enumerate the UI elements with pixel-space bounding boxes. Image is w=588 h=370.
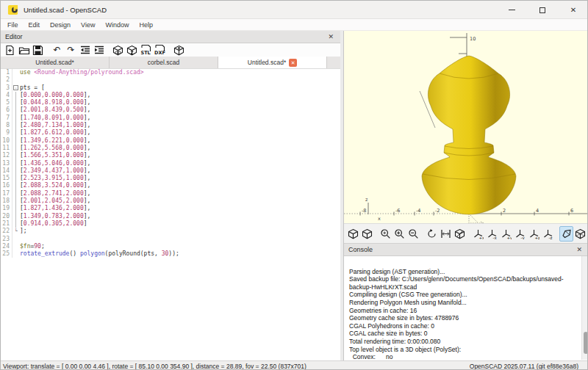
menu-design[interactable]: Design: [45, 19, 76, 31]
svg-text:+y: +y: [507, 235, 512, 239]
tab-untitled-1[interactable]: Untitled.scad*: [1, 57, 110, 68]
maximize-button[interactable]: [527, 1, 558, 19]
maximize-icon: [539, 7, 545, 13]
view-plus-x-button[interactable]: +x: [471, 226, 485, 242]
axis-plus-y-icon: +y: [501, 228, 512, 239]
reset-view-icon: [426, 228, 437, 239]
perspective-button[interactable]: [453, 226, 467, 242]
axis-plus-x-icon: +x: [473, 228, 484, 239]
console-close-icon[interactable]: ✕: [574, 244, 584, 255]
zoom-in-button[interactable]: [392, 226, 406, 242]
render-cube-icon: [362, 228, 373, 239]
axis-minus-x-icon: -x: [487, 228, 498, 239]
view-plus-z-button[interactable]: +z: [527, 226, 541, 242]
preview-button[interactable]: [111, 44, 125, 57]
console-scrollbar[interactable]: [581, 256, 588, 360]
menu-window[interactable]: Window: [100, 19, 134, 31]
tab-untitled-2-active[interactable]: Untitled.scad* ✕: [218, 57, 327, 68]
show-edges-icon: [561, 228, 572, 239]
tab-label: Untitled.scad*: [248, 59, 286, 66]
send-to-print-button[interactable]: [172, 44, 186, 57]
svg-text:4: 4: [536, 208, 539, 214]
indent-button[interactable]: [92, 44, 106, 57]
console-body: Parsing design (AST generation)...Saved …: [344, 256, 588, 360]
close-icon: ✕: [570, 6, 576, 14]
svg-text:+z: +z: [535, 235, 540, 239]
svg-text:-6: -6: [395, 208, 400, 214]
svg-text:2: 2: [503, 208, 506, 214]
editor-panel: Editor ✕: [1, 31, 340, 360]
show-crosshairs-button[interactable]: [573, 226, 587, 242]
zoom-in-icon: [394, 228, 405, 239]
svg-text:6: 6: [570, 208, 573, 214]
new-file-button[interactable]: [3, 44, 17, 57]
open-file-button[interactable]: [17, 44, 31, 57]
title-bar[interactable]: Untitled.scad - OpenSCAD ✕: [1, 1, 588, 19]
zoom-out-icon: [408, 228, 419, 239]
preview-cube-icon: [112, 45, 123, 56]
export-stl-button[interactable]: STL: [139, 44, 153, 57]
preview-cube-icon: [348, 228, 359, 239]
axis-plus-z-icon: +z: [528, 228, 539, 239]
zoom-all-button[interactable]: [379, 226, 392, 242]
openscad-window: Untitled.scad - OpenSCAD ✕ File Edit Des…: [0, 0, 588, 370]
minimize-button[interactable]: [496, 1, 527, 19]
export-stl-icon: STL: [140, 44, 152, 56]
tab-label: Untitled.scad*: [35, 59, 74, 66]
undo-icon: ↶: [53, 44, 60, 57]
viewport-3d[interactable]: 10 -8-6-4-2246 z x: [344, 31, 588, 223]
tab-close-icon[interactable]: ✕: [289, 59, 297, 67]
menu-edit[interactable]: Edit: [24, 19, 46, 31]
redo-icon: ↷: [67, 44, 74, 57]
reset-view-button[interactable]: [425, 226, 439, 242]
svg-text:-4: -4: [416, 208, 420, 214]
save-icon: [32, 45, 43, 56]
undo-button[interactable]: ↶: [50, 44, 64, 57]
viewport-toolbar: +x -x +y -y +z -z »: [344, 223, 588, 244]
menu-file[interactable]: File: [1, 19, 24, 31]
view-minus-y-button[interactable]: -y: [513, 226, 527, 242]
zoom-out-button[interactable]: [406, 226, 420, 242]
view-plus-y-button[interactable]: +y: [499, 226, 513, 242]
view-all-icon: [440, 228, 451, 239]
new-file-icon: [4, 45, 15, 56]
unindent-button[interactable]: [78, 44, 92, 57]
viewport-status-text: Viewport: translate = [ 0.00 0.00 4.46 ]…: [1, 363, 306, 370]
vp-preview-button[interactable]: [346, 226, 360, 242]
menu-help[interactable]: Help: [134, 19, 158, 31]
z-axis-line: [450, 33, 467, 57]
console-panel-header[interactable]: Console ✕: [344, 244, 588, 256]
redo-button[interactable]: ↷: [64, 44, 78, 57]
perspective-icon: [454, 228, 465, 239]
save-file-button[interactable]: [31, 44, 45, 57]
rendered-object: [422, 56, 516, 214]
send-to-print-icon: [173, 45, 184, 56]
editor-close-icon[interactable]: ✕: [326, 32, 336, 43]
view-minus-x-button[interactable]: -x: [485, 226, 499, 242]
editor-panel-title: Editor: [5, 33, 23, 40]
window-title: Untitled.scad - OpenSCAD: [24, 6, 107, 14]
status-bar: Viewport: translate = [ 0.00 0.00 4.46 ]…: [1, 360, 588, 370]
zoom-all-icon: [380, 228, 391, 239]
view-minus-z-button[interactable]: -z: [541, 226, 555, 242]
close-button[interactable]: ✕: [558, 1, 588, 19]
render-button[interactable]: [125, 44, 139, 57]
wireframe-cube-icon: [575, 228, 586, 239]
axis-letter-z: z: [365, 197, 368, 203]
indent-icon: [93, 45, 105, 55]
editor-panel-header[interactable]: Editor ✕: [1, 31, 340, 43]
axis-minus-y-icon: -y: [514, 228, 526, 239]
dxf-label: DXF: [154, 50, 165, 56]
z-axis-tick-label: 10: [470, 36, 476, 42]
vp-render-button[interactable]: [360, 226, 374, 242]
show-edges-button[interactable]: [559, 226, 573, 242]
render-cube-icon: [126, 45, 137, 56]
version-text: OpenSCAD 2025.07.11 (git ef88e36a8): [470, 363, 588, 370]
view-all-button[interactable]: [439, 226, 453, 242]
menu-view[interactable]: View: [76, 19, 100, 31]
console-scrollbar-thumb[interactable]: [584, 332, 588, 354]
code-editor[interactable]: 1use <Round-Anything/polyround.scad>23-p…: [1, 69, 340, 354]
export-dxf-button[interactable]: DXF: [153, 44, 167, 57]
tab-corbel[interactable]: corbel.scad: [110, 57, 218, 68]
console-output: Parsing design (AST generation)...Saved …: [349, 260, 578, 360]
